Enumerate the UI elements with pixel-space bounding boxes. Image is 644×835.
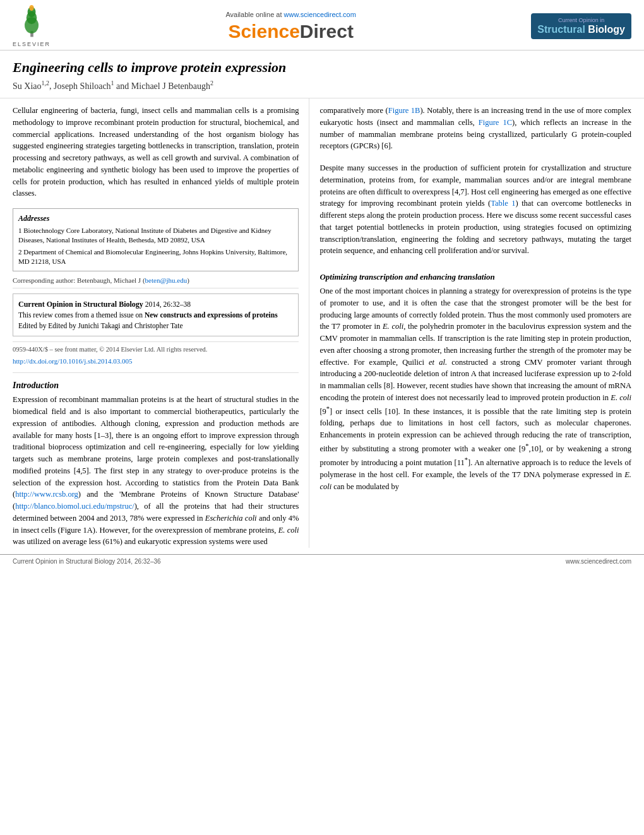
section2-title: Optimizing transcription and enhancing t… [319, 272, 631, 282]
left-column: Cellular engineering of bacteria, fungi,… [13, 98, 309, 548]
intro-title: Introduction [13, 381, 299, 391]
corresponding-email[interactable]: beten@jhu.edu [145, 276, 188, 284]
rcsb-link[interactable]: http://www.rcsb.org [15, 490, 78, 499]
journal-info-box: Current Opinion in Structural Biology 20… [13, 293, 299, 337]
intro-paragraph: Expression of recombinant mammalian prot… [13, 394, 299, 548]
journal-vol: 2014, 26:32–38 [145, 300, 191, 308]
elsevier-tree-icon [15, 5, 49, 40]
article-body: Cellular engineering of bacteria, fungi,… [0, 98, 644, 548]
svg-point-4 [29, 5, 33, 11]
article-header: Engineering cells to improve protein exp… [0, 50, 644, 98]
review-note: This review comes from a themed issue on [18, 311, 143, 319]
right-column: comparatively more (Figure 1B). Notably,… [309, 98, 631, 548]
footer-right: www.sciencedirect.com [566, 558, 631, 565]
right-para-3: One of the most important choices in pla… [319, 285, 631, 492]
edited-by: Edited by Edited by Junichi Takagi and C… [18, 322, 183, 329]
right-para-2: Despite many successes in the production… [319, 162, 631, 257]
sciencedirect-header: Available online at www.sciencedirect.co… [225, 11, 355, 42]
review-theme: New constructs and expressions of protei… [145, 311, 278, 319]
addresses-title: Addresses [18, 213, 293, 224]
journal-badge-top: Current Opinion in [537, 17, 625, 23]
elsevier-label: ELSEVIER [13, 41, 51, 47]
journal-badge-container: Current Opinion in Structural Biology [531, 13, 631, 39]
mpstruc-link[interactable]: http://blanco.biomol.uci.edu/mpstruc/ [15, 502, 134, 511]
addresses-box: Addresses 1 Biotechnology Core Laborator… [13, 208, 299, 271]
page-header: ELSEVIER Available online at www.science… [0, 0, 644, 50]
sciencedirect-logo: ScienceDirect [228, 21, 353, 42]
table1-link[interactable]: Table 1 [491, 199, 515, 208]
available-online-text: Available online at www.sciencedirect.co… [225, 11, 355, 18]
journal-name: Current Opinion in Structural Biology [18, 300, 143, 309]
elsevier-logo: ELSEVIER [13, 5, 51, 47]
journal-badge-bottom: Structural Biology [537, 23, 625, 35]
article-title: Engineering cells to improve protein exp… [13, 59, 631, 76]
fig1b-link[interactable]: Figure 1B [388, 106, 420, 115]
footer-left: Current Opinion in Structural Biology 20… [13, 558, 161, 565]
corresponding-author: Corresponding author: Betenbaugh, Michae… [13, 276, 299, 284]
abstract: Cellular engineering of bacteria, fungi,… [13, 98, 299, 203]
article-authors: Su Xiao1,2, Joseph Shiloach1 and Michael… [13, 80, 631, 92]
doi-link[interactable]: http://dx.doi.org/10.1016/j.sbi.2014.03.… [13, 357, 133, 365]
address-1: 1 Biotechnology Core Laboratory, Nationa… [18, 226, 293, 246]
copyright-line: 0959-440X/$ – see front matter, © 2014 E… [13, 346, 299, 353]
right-para-1: comparatively more (Figure 1B). Notably,… [319, 105, 631, 152]
address-2: 2 Department of Chemical and Biomolecula… [18, 247, 293, 267]
page-footer: Current Opinion in Structural Biology 20… [0, 554, 644, 568]
fig1c-link[interactable]: Figure 1C [479, 118, 512, 127]
sciencedirect-url[interactable]: www.sciencedirect.com [284, 11, 356, 18]
journal-badge: Current Opinion in Structural Biology [531, 13, 631, 39]
